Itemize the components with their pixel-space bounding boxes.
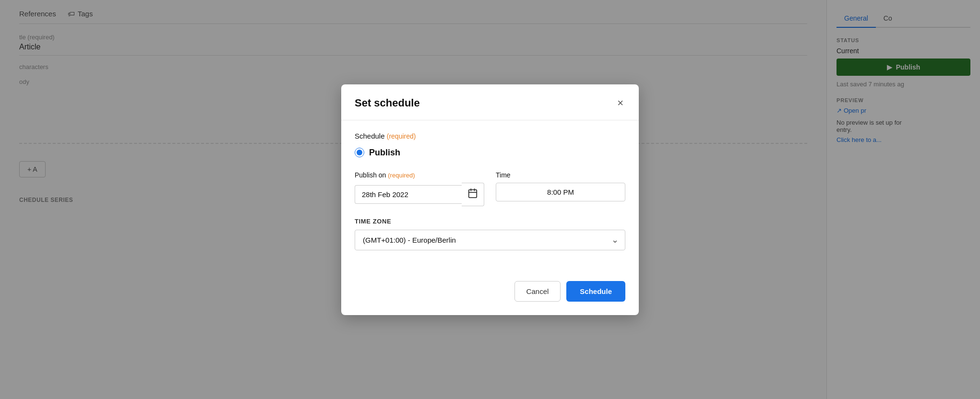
- time-input[interactable]: [496, 183, 625, 201]
- set-schedule-modal: Set schedule × Schedule (required) Publi…: [341, 84, 639, 315]
- publish-on-label: Publish on (required): [355, 171, 484, 179]
- modal-body: Schedule (required) Publish Publish on (…: [341, 120, 639, 277]
- calendar-button[interactable]: [462, 183, 484, 206]
- publish-on-required: (required): [388, 172, 415, 179]
- modal-overlay: Set schedule × Schedule (required) Publi…: [0, 0, 980, 399]
- publish-radio-label: Publish: [369, 148, 400, 158]
- timezone-heading: TIME ZONE: [355, 218, 625, 225]
- schedule-required-text: (required): [387, 132, 416, 140]
- timezone-select[interactable]: (GMT+01:00) - Europe/Berlin (GMT+00:00) …: [355, 230, 625, 250]
- schedule-field-label: Schedule (required): [355, 132, 625, 140]
- cancel-button[interactable]: Cancel: [514, 281, 561, 302]
- timezone-select-wrapper: (GMT+01:00) - Europe/Berlin (GMT+00:00) …: [355, 230, 625, 250]
- publish-radio[interactable]: [355, 148, 364, 157]
- modal-footer: Cancel Schedule: [341, 277, 639, 315]
- radio-row-publish: Publish: [355, 148, 625, 158]
- publish-on-row: Publish on (required): [355, 171, 625, 206]
- modal-header: Set schedule ×: [341, 84, 639, 120]
- publish-on-field: Publish on (required): [355, 171, 484, 206]
- svg-rect-0: [469, 189, 477, 198]
- time-label: Time: [496, 171, 625, 179]
- modal-title: Set schedule: [355, 97, 420, 109]
- timezone-section: TIME ZONE (GMT+01:00) - Europe/Berlin (G…: [355, 218, 625, 250]
- date-input-wrapper: [355, 183, 484, 206]
- calendar-icon: [467, 188, 478, 201]
- schedule-button[interactable]: Schedule: [566, 281, 625, 302]
- time-field: Time: [496, 171, 625, 206]
- modal-close-button[interactable]: ×: [615, 96, 625, 110]
- date-input[interactable]: [355, 185, 462, 204]
